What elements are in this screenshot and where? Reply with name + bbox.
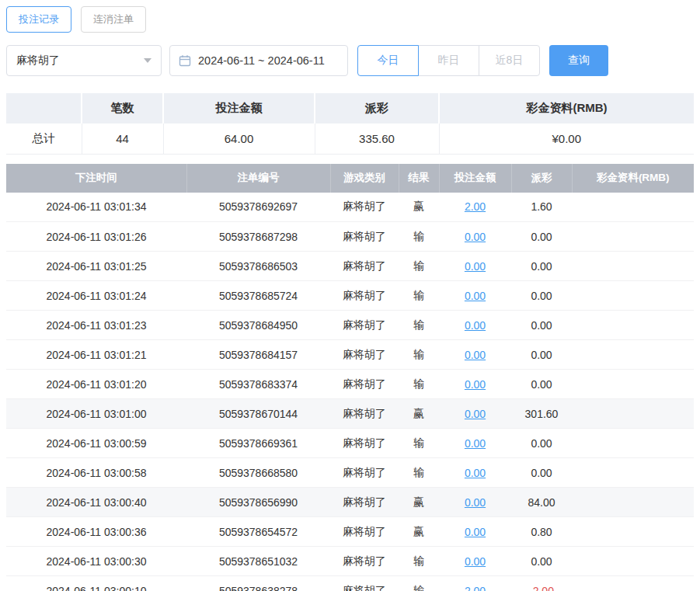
game-type: 麻将胡了 xyxy=(330,429,399,458)
bet-amount-link[interactable]: 0.00 xyxy=(465,290,486,302)
quick-filter-group: 今日 昨日 近8日 xyxy=(357,45,540,76)
game-type: 麻将胡了 xyxy=(330,222,399,252)
bet-amount-link[interactable]: 0.00 xyxy=(465,467,486,479)
payout-value: 84.00 xyxy=(511,488,572,517)
result: 输 xyxy=(399,222,439,252)
game-type: 麻将胡了 xyxy=(330,311,399,340)
table-row: 2024-06-11 03:00:305059378651032麻将胡了输0.0… xyxy=(6,547,694,576)
bet-time: 2024-06-11 03:01:21 xyxy=(6,340,186,370)
result: 输 xyxy=(399,340,439,370)
payout-value: 0.00 xyxy=(511,222,572,252)
result: 输 xyxy=(399,370,439,399)
order-id: 5059378651032 xyxy=(186,547,330,576)
bet-amount-cell: 0.00 xyxy=(439,222,511,252)
quick-filter-yesterday[interactable]: 昨日 xyxy=(418,45,479,76)
bet-time: 2024-06-11 03:01:25 xyxy=(6,252,186,281)
bet-amount-link[interactable]: 0.00 xyxy=(465,437,486,450)
game-type: 麻将胡了 xyxy=(330,281,399,311)
summary-header-1: 笔数 xyxy=(82,93,163,123)
bet-amount-link[interactable]: 0.00 xyxy=(465,260,486,273)
result: 输 xyxy=(399,311,439,340)
order-id: 5059378670144 xyxy=(186,399,330,429)
game-type: 麻将胡了 xyxy=(330,193,399,222)
query-button[interactable]: 查询 xyxy=(549,45,608,76)
table-row: 2024-06-11 03:00:405059378656990麻将胡了赢0.0… xyxy=(6,488,694,517)
tab-bet-records[interactable]: 投注记录 xyxy=(6,6,71,33)
summary-header-2: 投注金额 xyxy=(163,93,315,123)
tab-cancelled-orders[interactable]: 连消注单 xyxy=(81,6,146,33)
bonus-value xyxy=(572,281,694,311)
order-id: 5059378638278 xyxy=(186,576,330,591)
bet-amount-cell: 2.00 xyxy=(439,576,511,591)
payout-value: 0.00 xyxy=(511,340,572,370)
bonus-value xyxy=(572,576,694,591)
game-type: 麻将胡了 xyxy=(330,340,399,370)
bet-table-header-2: 游戏类别 xyxy=(330,164,399,193)
bet-amount-link[interactable]: 0.00 xyxy=(465,231,486,243)
result: 赢 xyxy=(399,488,439,517)
quick-filter-today[interactable]: 今日 xyxy=(357,45,419,76)
bet-table-header-3: 结果 xyxy=(399,164,439,193)
bet-amount-link[interactable]: 0.00 xyxy=(465,496,486,509)
result: 输 xyxy=(399,576,439,591)
filter-row: 麻将胡了 2024-06-11 ~ 2024-06-11 今日 昨日 近8日 查… xyxy=(6,45,694,76)
betting-records-page: 投注记录 连消注单 麻将胡了 2024-06-11 ~ 2024-06-11 今… xyxy=(0,0,700,591)
bet-amount-link[interactable]: 0.00 xyxy=(465,555,486,568)
bet-amount-cell: 0.00 xyxy=(439,370,511,399)
bet-time: 2024-06-11 03:01:00 xyxy=(6,399,186,429)
game-type: 麻将胡了 xyxy=(330,576,399,591)
bonus-value xyxy=(572,488,694,517)
bonus-value xyxy=(572,252,694,281)
date-range-picker[interactable]: 2024-06-11 ~ 2024-06-11 xyxy=(169,45,348,76)
order-id: 5059378669361 xyxy=(186,429,330,458)
bet-amount-link[interactable]: 0.00 xyxy=(465,378,486,391)
game-select[interactable]: 麻将胡了 xyxy=(6,45,162,76)
order-id: 5059378684950 xyxy=(186,311,330,340)
result: 输 xyxy=(399,429,439,458)
payout-value: 0.00 xyxy=(511,429,572,458)
order-id: 5059378685724 xyxy=(186,281,330,311)
bet-time: 2024-06-11 03:00:36 xyxy=(6,517,186,547)
bet-time: 2024-06-11 03:01:34 xyxy=(6,193,186,222)
bet-amount-link[interactable]: 0.00 xyxy=(465,349,486,361)
bonus-value xyxy=(572,340,694,370)
calendar-icon xyxy=(179,54,191,67)
game-type: 麻将胡了 xyxy=(330,517,399,547)
result: 输 xyxy=(399,547,439,576)
bet-amount-link[interactable]: 2.00 xyxy=(465,585,486,591)
tabs-row: 投注记录 连消注单 xyxy=(6,6,694,33)
summary-header-0 xyxy=(6,93,82,123)
bet-time: 2024-06-11 03:00:40 xyxy=(6,488,186,517)
bet-amount-cell: 0.00 xyxy=(439,517,511,547)
summary-header-4: 彩金资料(RMB) xyxy=(439,93,694,123)
bet-amount-link[interactable]: 0.00 xyxy=(465,408,486,420)
bet-amount-link[interactable]: 0.00 xyxy=(465,319,486,332)
bet-table-header-row: 下注时间注单编号游戏类别结果投注金额派彩彩金资料(RMB) xyxy=(6,164,694,193)
table-row: 2024-06-11 03:00:365059378654572麻将胡了赢0.0… xyxy=(6,517,694,547)
bet-amount-link[interactable]: 0.00 xyxy=(465,526,486,538)
table-row: 2024-06-11 03:01:005059378670144麻将胡了赢0.0… xyxy=(6,399,694,429)
payout-value: 301.60 xyxy=(511,399,572,429)
table-row: 2024-06-11 03:00:585059378668580麻将胡了输0.0… xyxy=(6,458,694,488)
summary-data-row: 总计4464.00335.60¥0.00 xyxy=(6,123,694,154)
bet-time: 2024-06-11 03:01:20 xyxy=(6,370,186,399)
table-row: 2024-06-11 03:01:255059378686503麻将胡了输0.0… xyxy=(6,252,694,281)
summary-value-4: ¥0.00 xyxy=(439,123,694,154)
summary-total-label: 总计 xyxy=(6,123,82,154)
payout-value: 0.00 xyxy=(511,547,572,576)
payout-value: 0.00 xyxy=(511,281,572,311)
payout-value: -2.00 xyxy=(511,576,572,591)
quick-filter-last-8-days[interactable]: 近8日 xyxy=(479,45,540,76)
result: 输 xyxy=(399,252,439,281)
payout-value: 0.80 xyxy=(511,517,572,547)
bet-time: 2024-06-11 03:00:58 xyxy=(6,458,186,488)
bet-time: 2024-06-11 03:00:30 xyxy=(6,547,186,576)
bonus-value xyxy=(572,311,694,340)
table-row: 2024-06-11 03:01:215059378684157麻将胡了输0.0… xyxy=(6,340,694,370)
table-row: 2024-06-11 03:01:245059378685724麻将胡了输0.0… xyxy=(6,281,694,311)
bonus-value xyxy=(572,399,694,429)
bet-amount-link[interactable]: 2.00 xyxy=(465,200,486,213)
bet-amount-cell: 0.00 xyxy=(439,429,511,458)
bonus-value xyxy=(572,222,694,252)
bet-table-header-6: 彩金资料(RMB) xyxy=(572,164,694,193)
